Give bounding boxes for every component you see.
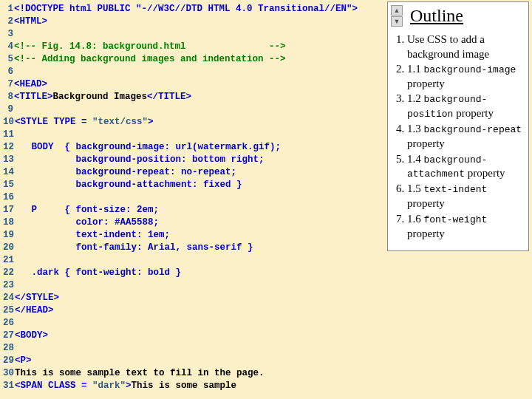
line-number: 9 — [3, 103, 13, 116]
line-number: 29 — [3, 355, 14, 367]
code-line: 20 font-family: Arial, sans-serif } — [3, 242, 384, 254]
code-line: 5<!-- Adding background images and inden… — [3, 53, 384, 66]
line-number: 22 — [3, 267, 14, 279]
code-token: </STYLE> — [15, 292, 59, 304]
code-line: 16 — [3, 191, 384, 204]
code-token: <!-- Fig. 14.8: background.html --> — [14, 41, 286, 53]
line-number: 6 — [3, 66, 13, 78]
code-line: 14 background-repeat: no-repeat; — [3, 166, 384, 179]
outline-item[interactable]: 1.3 background-repeat property — [407, 122, 522, 151]
code-token: <!-- Adding background images and indent… — [14, 53, 286, 66]
code-line: 22 .dark { font-weight: bold } — [3, 267, 384, 279]
outline-text: property — [407, 78, 445, 89]
line-number: 24 — [3, 292, 14, 304]
outline-nav-buttons: ▲ ▼ — [391, 5, 403, 27]
outline-text: property — [407, 197, 445, 209]
outline-down-button[interactable]: ▼ — [391, 16, 403, 27]
outline-text: property — [453, 107, 494, 119]
line-number: 10 — [3, 116, 14, 129]
code-token: color: #AA5588; — [15, 216, 159, 229]
code-token: background-repeat: no-repeat; — [15, 166, 236, 179]
code-line: 28 — [3, 342, 384, 355]
code-line: 21 — [3, 254, 384, 267]
code-token: .dark { font-weight: bold } — [15, 267, 181, 279]
code-line: 25</HEAD> — [3, 304, 384, 317]
outline-panel: ▲ ▼ Outline Use CSS to add a background … — [387, 1, 529, 251]
code-line: 1<!DOCTYPE html PUBLIC "-//W3C//DTD HTML… — [3, 3, 384, 16]
line-number: 18 — [3, 216, 14, 229]
line-number: 21 — [3, 254, 14, 267]
code-token: > — [126, 380, 132, 392]
outline-item[interactable]: 1.6 font-weight property — [407, 212, 522, 241]
code-line: 11 — [3, 129, 384, 141]
outline-up-button[interactable]: ▲ — [391, 5, 403, 16]
outline-text: 1.2 — [407, 92, 424, 104]
code-line: 15 background-attachment: fixed } — [3, 179, 384, 191]
code-token: P { font-size: 2em; — [15, 204, 165, 216]
line-number: 4 — [3, 41, 13, 53]
code-line: 19 text-indent: 1em; — [3, 229, 384, 242]
line-number: 26 — [3, 317, 14, 330]
code-token: background-position: bottom right; — [15, 154, 265, 166]
code-token: </HEAD> — [15, 304, 54, 317]
code-token: <P> — [15, 355, 32, 367]
code-token: BODY { background-image: url(watermark.g… — [15, 141, 281, 154]
code-token: "dark" — [92, 380, 126, 392]
code-line: 9 — [3, 103, 384, 116]
line-number: 7 — [3, 78, 13, 91]
line-number: 5 — [3, 53, 13, 66]
outline-item[interactable]: 1.2 background-position property — [407, 92, 522, 121]
line-number: 16 — [3, 191, 14, 204]
code-line: 3 — [3, 28, 384, 41]
outline-text: background-image — [424, 64, 516, 75]
outline-item[interactable]: 1.4 background-attachment property — [407, 152, 522, 182]
code-line: 12 BODY { background-image: url(watermar… — [3, 141, 384, 154]
outline-text: Use CSS to add a background image — [407, 33, 489, 60]
line-number: 11 — [3, 129, 14, 141]
code-line: 27<BODY> — [3, 330, 384, 342]
code-token: <TITLE> — [14, 91, 53, 103]
outline-text: font-weight — [424, 214, 488, 225]
code-token: Background Images — [53, 91, 148, 103]
outline-text: property — [407, 137, 445, 149]
outline-text: 1.6 — [407, 213, 424, 225]
code-token: "text/css" — [92, 116, 148, 129]
code-token: > — [148, 116, 154, 129]
code-line: 6 — [3, 66, 384, 78]
outline-item[interactable]: Use CSS to add a background image — [407, 33, 522, 61]
code-token: <BODY> — [15, 330, 48, 342]
code-line: 4<!-- Fig. 14.8: background.html --> — [3, 41, 384, 53]
outline-text: 1.4 — [407, 153, 424, 165]
outline-list: Use CSS to add a background image1.1 bac… — [388, 28, 528, 250]
code-token: font-family: Arial, sans-serif } — [15, 242, 253, 254]
line-number: 13 — [3, 154, 14, 166]
line-number: 23 — [3, 279, 14, 292]
code-line: 13 background-position: bottom right; — [3, 154, 384, 166]
code-line: 24</STYLE> — [3, 292, 384, 304]
code-line: 2<HTML> — [3, 16, 384, 28]
code-line: 7<HEAD> — [3, 78, 384, 91]
line-number: 8 — [3, 91, 13, 103]
code-token: </TITLE> — [147, 91, 191, 103]
line-number: 27 — [3, 330, 14, 342]
line-number: 12 — [3, 141, 14, 154]
code-line: 31<SPAN CLASS = "dark">This is some samp… — [3, 380, 384, 392]
code-line: 17 P { font-size: 2em; — [3, 204, 384, 216]
code-line: 29<P> — [3, 355, 384, 367]
code-token: <SPAN CLASS = — [15, 380, 92, 392]
line-number: 31 — [3, 380, 14, 392]
code-token: <HEAD> — [14, 78, 47, 91]
outline-item[interactable]: 1.1 background-image property — [407, 62, 522, 91]
code-line: 18 color: #AA5588; — [3, 216, 384, 229]
outline-text: property — [465, 167, 505, 179]
outline-text: background-repeat — [424, 124, 522, 135]
outline-text: 1.1 — [407, 63, 424, 75]
line-number: 2 — [3, 16, 13, 28]
code-line: 26 — [3, 317, 384, 330]
outline-text: property — [407, 228, 445, 239]
line-number: 28 — [3, 342, 14, 355]
outline-item[interactable]: 1.5 text-indent property — [407, 182, 522, 211]
code-token: text-indent: 1em; — [15, 229, 170, 242]
line-number: 15 — [3, 179, 14, 191]
line-number: 20 — [3, 242, 14, 254]
